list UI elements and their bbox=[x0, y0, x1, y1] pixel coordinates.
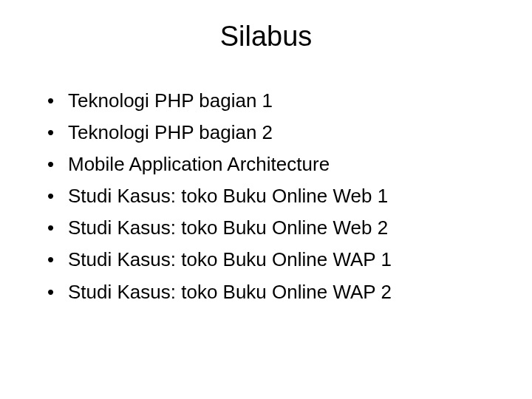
list-item: • Studi Kasus: toko Buku Online WAP 2 bbox=[47, 279, 502, 305]
bullet-icon: • bbox=[47, 215, 68, 241]
slide: Silabus • Teknologi PHP bagian 1 • Tekno… bbox=[0, 0, 532, 399]
page-title: Silabus bbox=[30, 21, 502, 52]
list-item: • Teknologi PHP bagian 1 bbox=[47, 88, 502, 114]
list-item-text: Teknologi PHP bagian 1 bbox=[68, 88, 273, 114]
bullet-icon: • bbox=[47, 88, 68, 114]
list-item: • Studi Kasus: toko Buku Online WAP 1 bbox=[47, 247, 502, 273]
list-item-text: Mobile Application Architecture bbox=[68, 151, 330, 177]
list-item-text: Studi Kasus: toko Buku Online Web 1 bbox=[68, 183, 388, 209]
bullet-icon: • bbox=[47, 120, 68, 146]
list-item-text: Studi Kasus: toko Buku Online WAP 1 bbox=[68, 247, 392, 273]
bullet-icon: • bbox=[47, 183, 68, 209]
list-item-text: Studi Kasus: toko Buku Online Web 2 bbox=[68, 215, 388, 241]
list-item-text: Studi Kasus: toko Buku Online WAP 2 bbox=[68, 279, 392, 305]
bullet-list: • Teknologi PHP bagian 1 • Teknologi PHP… bbox=[30, 88, 502, 305]
list-item: • Studi Kasus: toko Buku Online Web 1 bbox=[47, 183, 502, 209]
list-item: • Mobile Application Architecture bbox=[47, 151, 502, 177]
bullet-icon: • bbox=[47, 151, 68, 177]
list-item-text: Teknologi PHP bagian 2 bbox=[68, 120, 273, 146]
bullet-icon: • bbox=[47, 247, 68, 273]
bullet-icon: • bbox=[47, 279, 68, 305]
list-item: • Studi Kasus: toko Buku Online Web 2 bbox=[47, 215, 502, 241]
list-item: • Teknologi PHP bagian 2 bbox=[47, 120, 502, 146]
